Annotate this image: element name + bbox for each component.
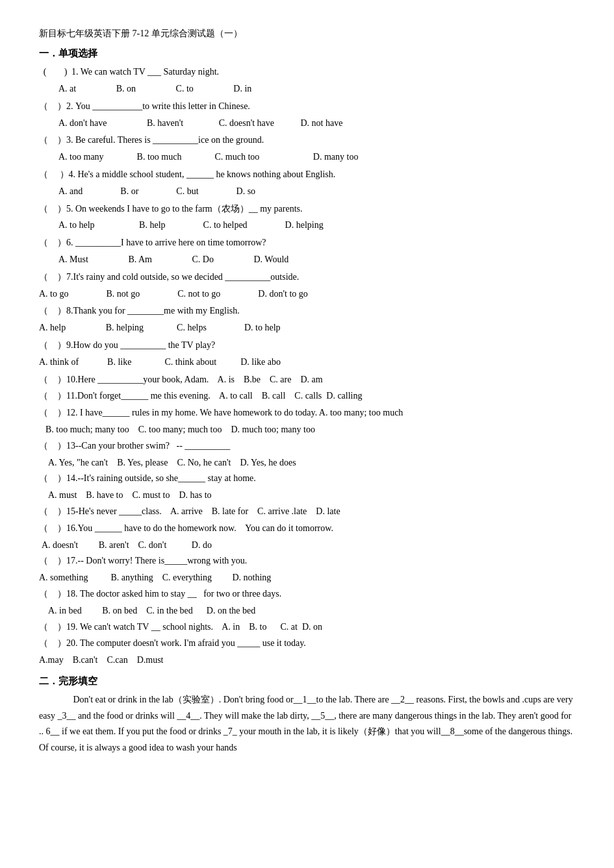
- question-20: （ ）20. The computer doesn't work. I'm af…: [39, 636, 575, 668]
- question-10: （ ）10.Here __________your book, Adam. A.…: [39, 372, 575, 388]
- cloze-paragraph: Don't eat or drink in the lab（实验室）. Don'…: [39, 692, 575, 756]
- question-14: （ ）14.--It's raining outside, so she____…: [39, 471, 575, 503]
- page-container: 新目标七年级英语下册 7-12 单元综合测试题（一） 一．单项选择 ( ) 1.…: [39, 26, 575, 756]
- question-8: （ ）8.Thank you for ________me with my En…: [39, 303, 575, 336]
- question-19: （ ）19. We can't watch TV __ school night…: [39, 619, 575, 635]
- question-3: （ ）3. Be careful. Theres is __________ic…: [39, 132, 575, 165]
- question-17: （ ）17.-- Don't worry! There is_____wrong…: [39, 553, 575, 586]
- question-11: （ ）11.Don't forget______ me this evening…: [39, 388, 575, 404]
- question-18: （ ）18. The doctor asked him to stay __ f…: [39, 586, 575, 619]
- question-5: （ ）5. On weekends I have to go to the fa…: [39, 201, 575, 234]
- question-15: （ ）15-He's never _____class. A. arrive B…: [39, 504, 575, 519]
- question-9: （ ）9.How do you __________ the TV play? …: [39, 338, 575, 370]
- question-13: （ ）13--Can your brother swim? -- _______…: [39, 438, 575, 471]
- question-7: （ ）7.It's rainy and cold outside, so we …: [39, 269, 575, 302]
- question-1: ( ) 1. We can watch TV ___ Saturday nigh…: [39, 64, 575, 97]
- question-4: （ ）4. He's a middle school student, ____…: [39, 167, 575, 199]
- question-16: （ ）16.You ______ have to do the homework…: [39, 521, 575, 553]
- question-12: （ ）12. I have______ rules in my home. We…: [39, 405, 575, 438]
- section2-header: 二．完形填空: [39, 673, 575, 690]
- question-6: （ ）6. __________I have to arrive here on…: [39, 235, 575, 267]
- section1-header: 一．单项选择: [39, 45, 575, 62]
- title: 新目标七年级英语下册 7-12 单元综合测试题（一）: [39, 26, 575, 42]
- question-2: （ ）2. You ___________to write this lette…: [39, 99, 575, 131]
